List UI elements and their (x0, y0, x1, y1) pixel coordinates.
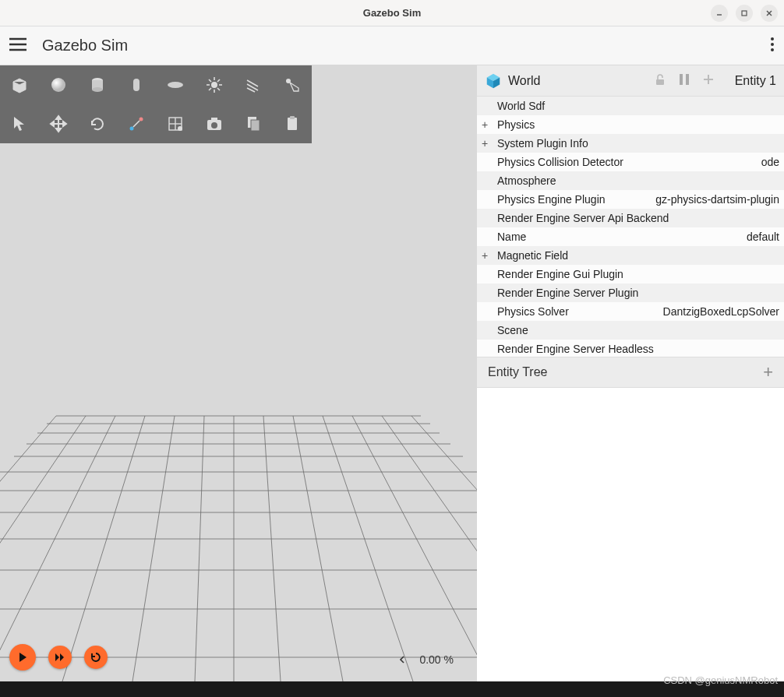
svg-rect-10 (0, 65, 477, 681)
expand-toggle[interactable]: + (477, 249, 493, 262)
select-tool-button[interactable] (0, 104, 39, 143)
window-title: Gazebo Sim (363, 7, 421, 19)
window-close-button[interactable] (761, 5, 778, 22)
property-row[interactable]: +System Plugin Info (477, 134, 784, 153)
svg-line-49 (209, 88, 211, 90)
property-name: Name (477, 231, 747, 243)
svg-point-66 (211, 122, 217, 128)
property-row[interactable]: +Magnetic Field (477, 246, 784, 265)
svg-rect-71 (656, 79, 664, 85)
insert-capsule-button[interactable] (117, 65, 156, 104)
copy-button[interactable] (234, 104, 273, 143)
svg-rect-1 (742, 11, 747, 16)
svg-line-48 (217, 88, 220, 90)
insert-light-button[interactable] (195, 65, 234, 104)
property-value: default (747, 231, 779, 243)
property-row[interactable]: Render Engine Server Headless (477, 340, 784, 357)
step-forward-button[interactable] (48, 646, 72, 669)
property-row[interactable]: Physics Collision Detectorode (477, 153, 784, 171)
svg-rect-69 (288, 118, 297, 130)
property-row[interactable]: Physics Engine Plugingz-physics-dartsim-… (477, 190, 784, 209)
property-name: Physics Engine Plugin (477, 193, 655, 206)
svg-point-7 (771, 37, 774, 40)
window-titlebar: Gazebo Sim (0, 0, 784, 26)
svg-point-41 (168, 82, 183, 88)
property-row[interactable]: Render Engine Server Api Backend (477, 209, 784, 227)
insert-cylinder-button[interactable] (78, 65, 117, 104)
property-row[interactable]: Namedefault (477, 227, 784, 246)
svg-point-57 (130, 127, 134, 131)
svg-rect-72 (680, 74, 683, 85)
cube-icon (485, 72, 502, 90)
svg-point-9 (771, 48, 774, 51)
watermark: CSDN @geniusNMRobot (663, 674, 778, 686)
paste-button[interactable] (273, 104, 312, 143)
hamburger-menu-button[interactable] (9, 37, 26, 55)
chevron-left-icon[interactable] (397, 655, 407, 664)
entity-tree-header: Entity Tree + (477, 357, 784, 388)
insert-ellipsoid-button[interactable] (156, 65, 195, 104)
lock-icon[interactable] (654, 73, 666, 89)
translate-tool-button[interactable] (39, 104, 78, 143)
pause-icon[interactable] (679, 73, 690, 89)
inspector-title: World (508, 74, 541, 88)
property-name: System Plugin Info (493, 137, 779, 150)
component-inspector-list[interactable]: World Sdf+Physics+System Plugin InfoPhys… (477, 97, 784, 357)
svg-point-39 (92, 87, 103, 92)
svg-rect-68 (251, 120, 260, 131)
add-component-button[interactable] (702, 73, 715, 89)
ground-grid (0, 65, 477, 681)
rotate-tool-button[interactable] (78, 104, 117, 143)
window-maximize-button[interactable] (736, 5, 753, 22)
viewport-3d[interactable]: 0.00 % (0, 65, 477, 681)
property-value: gz-physics-dartsim-plugin (655, 193, 779, 206)
snap-grid-button[interactable] (156, 104, 195, 143)
property-row[interactable]: World Sdf (477, 97, 784, 115)
entity-tree-body[interactable] (477, 388, 784, 681)
property-name: Physics (493, 118, 779, 131)
add-entity-button[interactable]: + (763, 362, 773, 382)
insert-spot-light-button[interactable] (273, 65, 312, 104)
svg-line-59 (133, 121, 139, 127)
playback-controls (9, 644, 108, 671)
property-value: DantzigBoxedLcpSolver (663, 305, 779, 318)
property-row[interactable]: +Physics (477, 115, 784, 134)
screenshot-button[interactable] (195, 104, 234, 143)
entity-tree-title: Entity Tree (488, 365, 547, 379)
svg-point-42 (211, 82, 217, 88)
window-minimize-button[interactable] (711, 5, 728, 22)
property-row[interactable]: Render Engine Gui Plugin (477, 265, 784, 283)
play-button[interactable] (9, 644, 36, 671)
svg-rect-65 (211, 118, 217, 121)
property-row[interactable]: Atmosphere (477, 171, 784, 190)
svg-point-8 (771, 43, 774, 46)
property-name: Physics Solver (477, 305, 663, 318)
property-name: Render Engine Server Api Backend (477, 212, 779, 224)
shape-toolbar (0, 65, 312, 143)
svg-point-58 (139, 118, 143, 121)
insert-box-button[interactable] (0, 65, 39, 104)
app-title: Gazebo Sim (42, 37, 128, 55)
svg-rect-40 (133, 79, 139, 91)
expand-toggle[interactable]: + (477, 137, 493, 150)
property-name: Magnetic Field (493, 249, 779, 262)
insert-sphere-button[interactable] (39, 65, 78, 104)
property-row[interactable]: Physics SolverDantzigBoxedLcpSolver (477, 302, 784, 321)
property-value: ode (761, 156, 779, 168)
expand-toggle[interactable]: + (477, 118, 493, 131)
component-inspector-header: World Entity 1 (477, 65, 784, 97)
entity-id-label: Entity 1 (735, 74, 776, 88)
property-name: Render Engine Server Headless (477, 343, 779, 355)
side-panel: World Entity 1 World Sdf+Physics+System … (477, 65, 784, 681)
property-row[interactable]: Render Engine Server Plugin (477, 283, 784, 302)
property-row[interactable]: Scene (477, 321, 784, 340)
property-name: World Sdf (477, 100, 779, 112)
svg-rect-73 (686, 74, 689, 85)
scale-tool-button[interactable] (117, 104, 156, 143)
svg-point-63 (178, 126, 182, 131)
insert-directional-light-button[interactable] (234, 65, 273, 104)
kebab-menu-button[interactable] (770, 37, 775, 55)
reset-button[interactable] (84, 646, 108, 669)
rtf-percent: 0.00 % (419, 653, 454, 666)
property-name: Scene (477, 324, 779, 336)
